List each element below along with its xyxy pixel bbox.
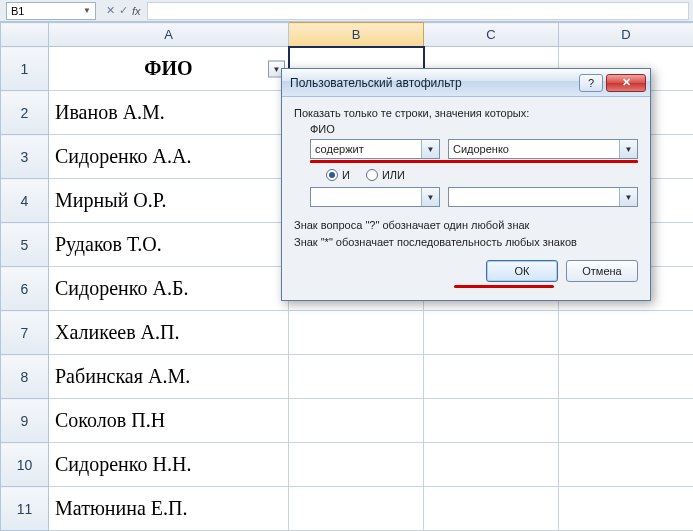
radio-and-label: И [342,169,350,181]
cell-C7[interactable] [424,311,559,355]
cell-A10[interactable]: Сидоренко Н.Н. [49,443,289,487]
cell-A8[interactable]: Рабинская А.М. [49,355,289,399]
cell-D10[interactable] [559,443,694,487]
filter-value-1: Сидоренко [453,143,509,155]
hint-line-2: Знак "*" обозначает последовательность л… [294,234,638,251]
row-header[interactable]: 8 [1,355,49,399]
column-header-D[interactable]: D [559,23,694,47]
cell-D7[interactable] [559,311,694,355]
cell-value: Рудаков Т.О. [55,233,162,255]
row-header[interactable]: 5 [1,223,49,267]
cell-value: Иванов А.М. [55,101,165,123]
dialog-titlebar[interactable]: Пользовательский автофильтр ? ✕ [282,69,650,97]
formula-icons: ✕ ✓ fx [106,4,141,17]
cell-A9[interactable]: Соколов П.Н [49,399,289,443]
dialog-title: Пользовательский автофильтр [290,76,579,90]
cell-A6[interactable]: Сидоренко А.Б. [49,267,289,311]
custom-autofilter-dialog: Пользовательский автофильтр ? ✕ Показать… [281,68,651,301]
operator-value-1: содержит [315,143,364,155]
chevron-down-icon[interactable]: ▼ [619,140,637,158]
cell-A4[interactable]: Мирный О.Р. [49,179,289,223]
cell-C11[interactable] [424,487,559,531]
row-header[interactable]: 1 [1,47,49,91]
name-box[interactable]: B1 ▼ [6,2,96,20]
value-combo-1[interactable]: Сидоренко ▼ [448,139,638,159]
filter-field-name: ФИО [310,123,638,135]
cell-C9[interactable] [424,399,559,443]
cell-A1[interactable]: ФИО ▼ [49,47,289,91]
row-header[interactable]: 10 [1,443,49,487]
cell-B11[interactable] [289,487,424,531]
radio-and[interactable]: И [326,169,350,181]
cell-B8[interactable] [289,355,424,399]
column-header-A[interactable]: A [49,23,289,47]
table-row: 10 Сидоренко Н.Н. [1,443,694,487]
name-box-value: B1 [11,5,24,17]
radio-or-label: ИЛИ [382,169,405,181]
formula-bar: B1 ▼ ✕ ✓ fx [0,0,693,22]
highlight-underline [454,285,554,288]
dialog-body: Показать только те строки, значения кото… [282,97,650,300]
column-header-row: A B C D [1,23,694,47]
accept-formula-icon[interactable]: ✓ [119,4,128,17]
cell-A3[interactable]: Сидоренко А.А. [49,135,289,179]
close-button[interactable]: ✕ [606,74,646,92]
cell-C8[interactable] [424,355,559,399]
row-header[interactable]: 6 [1,267,49,311]
close-icon: ✕ [622,76,631,89]
chevron-down-icon[interactable]: ▼ [421,188,439,206]
ok-label: ОК [515,265,530,277]
select-all-corner[interactable] [1,23,49,47]
help-button[interactable]: ? [579,74,603,92]
hint-line-1: Знак вопроса "?" обозначает один любой з… [294,217,638,234]
row-header[interactable]: 4 [1,179,49,223]
cell-A2[interactable]: Иванов А.М. [49,91,289,135]
cell-C10[interactable] [424,443,559,487]
operator-combo-1[interactable]: содержит ▼ [310,139,440,159]
cell-B7[interactable] [289,311,424,355]
hint-text: Знак вопроса "?" обозначает один любой з… [294,217,638,250]
cell-value: ФИО [144,57,192,79]
operator-combo-2[interactable]: ▼ [310,187,440,207]
column-header-B[interactable]: B [289,23,424,47]
column-header-C[interactable]: C [424,23,559,47]
cell-value: Мирный О.Р. [55,189,166,211]
cell-value: Халикеев А.П. [55,321,179,343]
radio-icon [366,169,378,181]
cell-B10[interactable] [289,443,424,487]
criteria-row-1: содержит ▼ Сидоренко ▼ [310,139,638,159]
formula-input[interactable] [147,2,689,20]
cell-A11[interactable]: Матюнина Е.П. [49,487,289,531]
highlight-underline [310,160,638,163]
row-header[interactable]: 7 [1,311,49,355]
cell-value: Рабинская А.М. [55,365,190,387]
chevron-down-icon[interactable]: ▼ [83,6,91,15]
cell-value: Сидоренко Н.Н. [55,453,191,475]
radio-or[interactable]: ИЛИ [366,169,405,181]
cell-D11[interactable] [559,487,694,531]
table-row: 7 Халикеев А.П. [1,311,694,355]
chevron-down-icon[interactable]: ▼ [619,188,637,206]
row-header[interactable]: 11 [1,487,49,531]
radio-icon [326,169,338,181]
chevron-down-icon[interactable]: ▼ [421,140,439,158]
cell-A5[interactable]: Рудаков Т.О. [49,223,289,267]
cell-B9[interactable] [289,399,424,443]
table-row: 8 Рабинская А.М. [1,355,694,399]
cell-value: Соколов П.Н [55,409,165,431]
ok-button[interactable]: ОК [486,260,558,282]
criteria-row-2: ▼ ▼ [310,187,638,207]
fx-label[interactable]: fx [132,5,141,17]
cancel-formula-icon[interactable]: ✕ [106,4,115,17]
cell-D9[interactable] [559,399,694,443]
cell-value: Сидоренко А.Б. [55,277,188,299]
row-header[interactable]: 2 [1,91,49,135]
row-header[interactable]: 9 [1,399,49,443]
window-buttons: ? ✕ [579,74,646,92]
value-combo-2[interactable]: ▼ [448,187,638,207]
row-header[interactable]: 3 [1,135,49,179]
table-row: 11 Матюнина Е.П. [1,487,694,531]
cancel-button[interactable]: Отмена [566,260,638,282]
cell-A7[interactable]: Халикеев А.П. [49,311,289,355]
cell-D8[interactable] [559,355,694,399]
